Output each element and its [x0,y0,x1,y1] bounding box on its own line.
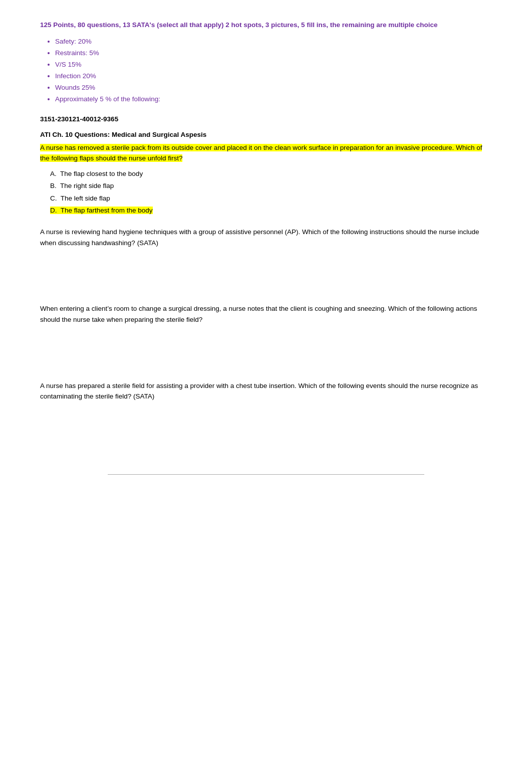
answer-a-label: A. [50,170,57,177]
question-1-text: A nurse has removed a sterile pack from … [40,144,482,162]
bullet-vs: V/S 15% [55,59,492,71]
chapter-section: ATI Ch. 10 Questions: Medical and Surgic… [40,131,492,217]
question-1-block: A nurse has removed a sterile pack from … [40,142,492,217]
answer-b-text: The right side flap [60,182,114,189]
section-id: 3151-230121-40012-9365 [40,115,492,123]
answer-d-full: D. The flap farthest from the body [50,207,153,214]
answer-d-text: The flap farthest from the body [61,207,153,214]
chapter-title: ATI Ch. 10 Questions: Medical and Surgic… [40,131,492,138]
question-4-text: A nurse has prepared a sterile field for… [40,380,492,402]
bullet-safety: Safety: 20% [55,36,492,48]
bullet-approximately: Approximately 5 % of the following: [55,94,492,105]
answer-d-label: D. [50,207,57,214]
answer-b: B. The right side flap [50,180,492,192]
question-2-text: A nurse is reviewing hand hygiene techni… [40,227,492,248]
bullet-list: Safety: 20% Restraints: 5% V/S 15% Infec… [55,36,492,105]
question-2-block: A nurse is reviewing hand hygiene techni… [40,227,492,248]
answer-b-label: B. [50,182,57,189]
answer-d: D. The flap farthest from the body [50,205,492,217]
answer-c-label: C. [50,194,57,202]
page-divider [108,474,424,475]
answer-a-text: The flap closest to the body [60,170,143,177]
bullet-infection: Infection 20% [55,71,492,82]
header-description: 125 Points, 80 questions, 13 SATA's (sel… [40,20,492,30]
bullet-wounds: Wounds 25% [55,82,492,94]
bullet-restraints: Restraints: 5% [55,48,492,59]
question-4-block: A nurse has prepared a sterile field for… [40,380,492,402]
question-3-text: When entering a client’s room to change … [40,303,492,325]
answer-c: C. The left side flap [50,192,492,205]
answer-list-q1: A. The flap closest to the body B. The r… [50,168,492,217]
answer-a: A. The flap closest to the body [50,168,492,180]
answer-c-text: The left side flap [61,194,110,202]
question-3-block: When entering a client’s room to change … [40,303,492,325]
